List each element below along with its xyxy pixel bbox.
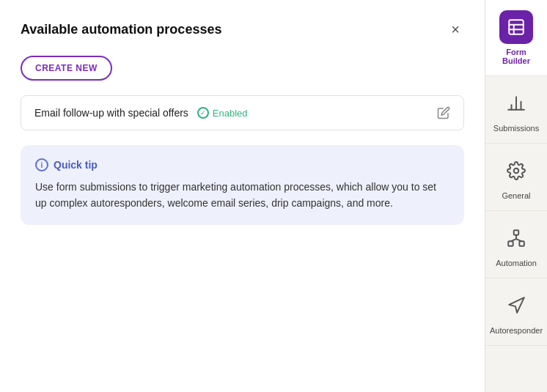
quick-tip-text: Use form submissions to trigger marketin… [35, 179, 449, 212]
main-panel: Available automation processes × CREATE … [0, 0, 485, 392]
sidebar-label-autoresponder: Autoresponder [490, 326, 543, 335]
sidebar: Form Builder Submissions General [485, 0, 547, 392]
sidebar-item-general[interactable]: General [485, 144, 547, 211]
edit-icon[interactable] [437, 106, 450, 119]
sidebar-item-autoresponder[interactable]: Autoresponder [485, 278, 547, 346]
sidebar-icon-wrap-submissions [499, 86, 533, 120]
automation-item-left: Email follow-up with special offers ✓ En… [34, 107, 248, 119]
quick-tip-label: Quick tip [54, 159, 98, 171]
quick-tip-header: i Quick tip [35, 158, 449, 171]
sidebar-item-form-builder[interactable]: Form Builder [485, 0, 547, 76]
svg-rect-8 [514, 230, 519, 235]
sidebar-item-submissions[interactable]: Submissions [485, 76, 547, 144]
sidebar-label-automation: Automation [496, 259, 537, 267]
svg-rect-9 [508, 241, 513, 246]
svg-line-13 [516, 239, 522, 241]
automation-name: Email follow-up with special offers [34, 107, 188, 119]
sidebar-label-form-builder: Form Builder [491, 48, 541, 65]
close-button[interactable]: × [447, 21, 464, 38]
sidebar-label-general: General [502, 191, 530, 200]
sidebar-icon-wrap-form-builder [499, 10, 533, 44]
sidebar-label-submissions: Submissions [493, 124, 539, 133]
info-icon: i [35, 158, 48, 171]
automation-item-row: Email follow-up with special offers ✓ En… [21, 95, 464, 130]
svg-line-12 [510, 239, 516, 241]
quick-tip-box: i Quick tip Use form submissions to trig… [21, 145, 464, 225]
svg-rect-10 [519, 241, 524, 246]
sidebar-icon-wrap-autoresponder [499, 289, 533, 322]
status-badge: ✓ Enabled [197, 107, 248, 119]
create-new-button[interactable]: CREATE NEW [21, 56, 112, 81]
dialog-header: Available automation processes × [21, 21, 464, 38]
sidebar-icon-wrap-automation [499, 221, 533, 255]
status-check-icon: ✓ [197, 107, 209, 119]
dialog-title: Available automation processes [21, 22, 221, 37]
sidebar-icon-wrap-general [499, 154, 533, 188]
status-label: Enabled [213, 108, 248, 119]
svg-point-7 [514, 169, 519, 174]
svg-rect-0 [509, 20, 524, 34]
sidebar-item-automation[interactable]: Automation [485, 211, 547, 278]
svg-marker-14 [509, 297, 524, 313]
